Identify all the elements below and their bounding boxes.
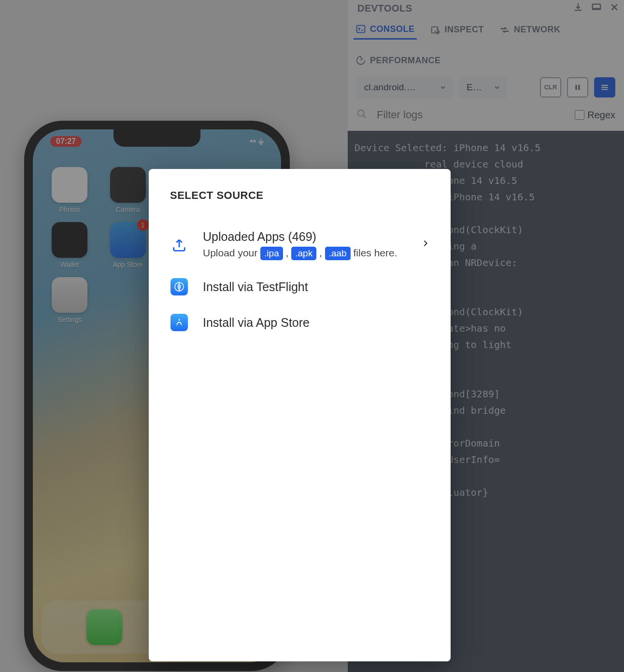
chevron-right-icon xyxy=(422,237,429,253)
appstore-modal-icon xyxy=(170,313,188,332)
appstore-label: Install via App Store xyxy=(203,316,429,330)
testflight-icon xyxy=(170,278,188,296)
uploaded-apps-subtext: Upload your .ipa , .apk , .aab files her… xyxy=(203,247,407,260)
upload-icon xyxy=(170,236,188,254)
source-appstore[interactable]: Install via App Store xyxy=(170,305,429,340)
testflight-label: Install via TestFlight xyxy=(203,280,429,294)
select-source-modal: SELECT SOURCE Uploaded Apps (469) Upload… xyxy=(149,169,451,661)
source-testflight[interactable]: Install via TestFlight xyxy=(170,269,429,305)
uploaded-apps-label: Uploaded Apps (469) xyxy=(203,230,407,244)
filetag-ipa: .ipa xyxy=(260,247,283,260)
modal-title: SELECT SOURCE xyxy=(170,189,429,202)
filetag-aab: .aab xyxy=(325,247,351,260)
source-uploaded-apps[interactable]: Uploaded Apps (469) Upload your .ipa , .… xyxy=(170,221,429,269)
filetag-apk: .apk xyxy=(291,247,316,260)
